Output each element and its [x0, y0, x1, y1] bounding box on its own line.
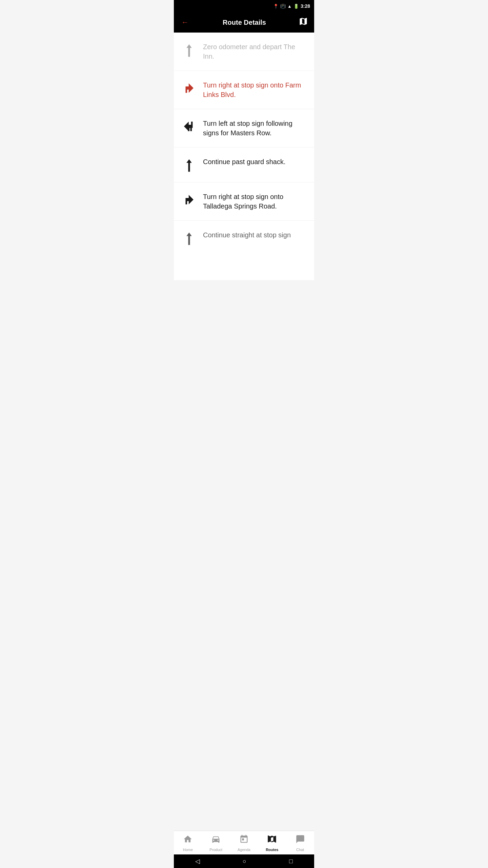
header: ← Route Details — [174, 12, 314, 33]
route-icon-2 — [181, 80, 198, 96]
route-item-5: Turn right at stop sign onto Talladega S… — [174, 182, 314, 221]
route-text-6: Continue straight at stop sign — [198, 230, 307, 240]
route-item-4: Continue past guard shack. — [174, 147, 314, 182]
route-text-1: Zero odometer and depart The Inn. — [198, 42, 307, 61]
route-text-2: Turn right at stop sign onto Farm Links … — [198, 80, 307, 99]
route-item-6: Continue straight at stop sign — [174, 221, 314, 255]
vibrate-icon: 📳 — [280, 4, 286, 9]
route-item-3: Turn left at stop sign following signs f… — [174, 109, 314, 147]
page-title: Route Details — [223, 19, 266, 26]
route-icon-1 — [181, 42, 198, 58]
status-time: 3:28 — [301, 3, 310, 9]
map-button[interactable] — [299, 17, 308, 28]
route-item-2: Turn right at stop sign onto Farm Links … — [174, 71, 314, 109]
route-text-5: Turn right at stop sign onto Talladega S… — [198, 192, 307, 211]
battery-icon: 🔋 — [293, 4, 299, 9]
route-icon-5 — [181, 192, 198, 208]
route-icon-3 — [181, 119, 198, 134]
signal-icon: ▲ — [287, 4, 292, 9]
route-item-1: Zero odometer and depart The Inn. — [174, 33, 314, 71]
status-icons: 📍 📳 ▲ 🔋 3:28 — [273, 3, 310, 9]
route-details-content: Zero odometer and depart The Inn. Turn r… — [174, 33, 314, 280]
route-text-4: Continue past guard shack. — [198, 157, 307, 166]
route-icon-4 — [181, 157, 198, 173]
route-text-3: Turn left at stop sign following signs f… — [198, 119, 307, 138]
location-icon: 📍 — [273, 4, 279, 9]
back-button[interactable]: ← — [180, 17, 190, 28]
route-icon-6 — [181, 230, 198, 246]
status-bar: 📍 📳 ▲ 🔋 3:28 — [174, 0, 314, 12]
